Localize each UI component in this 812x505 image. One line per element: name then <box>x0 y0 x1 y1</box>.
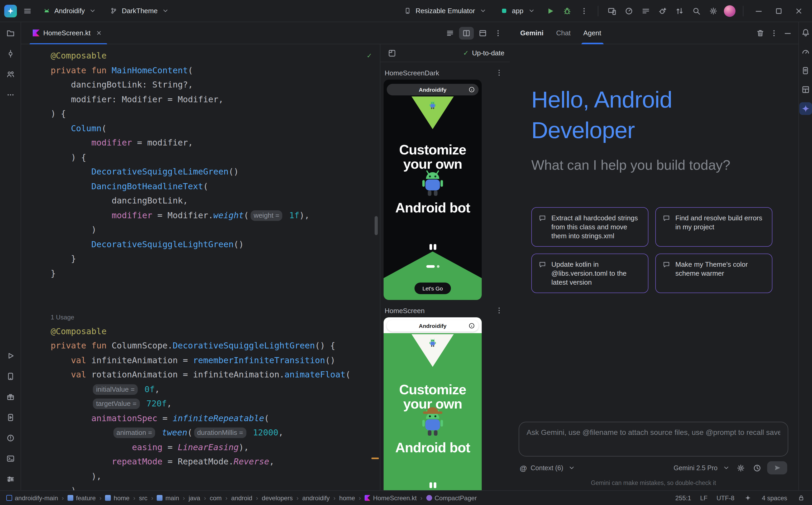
main-menu-icon[interactable] <box>21 4 34 17</box>
history-icon[interactable] <box>751 462 764 474</box>
terminal-icon[interactable] <box>3 452 17 466</box>
run-config-selector[interactable]: app <box>496 3 540 18</box>
code-line[interactable]: modifier = modifier, <box>51 136 380 150</box>
tab-agent[interactable]: Agent <box>583 22 601 44</box>
breadcrumb-item[interactable]: HomeScreen.kt <box>365 494 417 502</box>
layout-inspector-icon[interactable] <box>799 83 812 96</box>
breadcrumb-item[interactable]: com <box>210 494 222 502</box>
tab-close-icon[interactable] <box>94 28 104 38</box>
running-devices-icon[interactable] <box>3 410 17 425</box>
preview-homescreendark[interactable]: Androidify Customize your own Android bo… <box>383 79 482 300</box>
app-insights-icon[interactable] <box>656 4 669 17</box>
hide-panel-icon[interactable] <box>781 27 794 39</box>
breadcrumb-item[interactable]: android <box>231 494 252 502</box>
preview-status[interactable]: ✓ Up-to-date <box>463 49 504 57</box>
run-tool-icon[interactable] <box>3 349 17 363</box>
code-line[interactable]: easing = LinearEasing), <box>51 440 380 454</box>
preview-card-header[interactable]: HomeScreenDark <box>380 66 510 79</box>
profiler-icon[interactable] <box>622 4 635 17</box>
breadcrumb-item[interactable]: androidify <box>302 494 330 502</box>
model-selector[interactable]: Gemini 2.5 Pro <box>674 464 717 472</box>
code-line[interactable]: modifier = Modifier.weight(weight = 1f), <box>51 208 380 222</box>
tab-homescreen-kt[interactable]: HomeScreen.kt <box>27 22 109 44</box>
editor-options-icon[interactable] <box>492 27 504 39</box>
code-line[interactable]: 1 Usage <box>51 309 380 324</box>
vcs-branch-selector[interactable]: DarkTheme <box>106 3 174 18</box>
code-line[interactable]: targetValue = 720f, <box>51 396 380 411</box>
device-explorer-icon[interactable] <box>799 64 812 77</box>
window-minimize-button[interactable] <box>751 3 767 19</box>
pull-requests-icon[interactable] <box>3 67 17 81</box>
sync-icon[interactable] <box>673 4 686 17</box>
code-line[interactable]: @Composable <box>51 48 380 63</box>
suggestion-card[interactable]: Extract all hardcoded strings from this … <box>531 207 649 247</box>
code-line[interactable]: ) <box>51 483 380 490</box>
more-tool-windows-icon[interactable] <box>3 88 17 102</box>
code-line[interactable]: modifier: Modifier = Modifier, <box>51 92 380 107</box>
vcs-settings-icon[interactable] <box>3 472 17 486</box>
project-selector[interactable]: Androidify <box>38 3 101 18</box>
code-line[interactable]: dancingBotLink, <box>51 193 380 208</box>
delete-conversation-icon[interactable] <box>754 27 767 39</box>
breadcrumb-item[interactable]: src <box>139 494 147 502</box>
project-folder-icon[interactable] <box>3 26 17 40</box>
code-line[interactable]: repeatMode = RepeatMode.Reverse, <box>51 454 380 469</box>
device-selector[interactable]: Resizable Emulator <box>399 3 491 18</box>
gemini-options-icon[interactable] <box>768 27 780 39</box>
code-line[interactable]: val infiniteAnimation = rememberInfinite… <box>51 353 380 367</box>
search-icon[interactable] <box>690 4 703 17</box>
code-line[interactable] <box>51 295 380 309</box>
preview-card-menu-icon[interactable] <box>494 67 504 78</box>
preview-card-header[interactable]: HomeScreen <box>380 304 510 317</box>
code-line[interactable]: DancingBotHeadlineText( <box>51 179 380 193</box>
breadcrumb-item[interactable]: CompactPager <box>426 494 477 502</box>
suggestion-card[interactable]: Update kotlin in @libs.version.toml to t… <box>531 254 649 293</box>
code-editor[interactable]: @Composableprivate fun MainHomeContent( … <box>21 44 380 490</box>
problems-icon[interactable] <box>3 431 17 445</box>
suggestion-card[interactable]: Make my Theme's color scheme warmer <box>655 254 773 293</box>
logcat-icon[interactable] <box>640 4 652 17</box>
code-line[interactable]: initialValue = 0f, <box>51 382 380 396</box>
code-line[interactable]: ) { <box>51 107 380 121</box>
code-line[interactable]: ), <box>51 469 380 483</box>
code-line[interactable]: @Composable <box>51 324 380 338</box>
window-maximize-button[interactable] <box>771 3 787 19</box>
breadcrumb-item[interactable]: home <box>105 494 129 502</box>
gemini-tool-icon[interactable] <box>799 102 812 115</box>
device-mirroring-icon[interactable] <box>606 4 618 17</box>
preview-card-menu-icon[interactable] <box>494 305 504 316</box>
code-line[interactable]: private fun ColumnScope.DecorativeSquigg… <box>51 338 380 353</box>
gradle-icon[interactable] <box>799 45 812 58</box>
preview-layout-icon[interactable] <box>386 47 398 59</box>
code-line[interactable]: ) { <box>51 150 380 164</box>
run-button[interactable] <box>544 4 557 17</box>
code-line[interactable]: dancingBotLink: String?, <box>51 77 380 92</box>
code-line[interactable]: DecorativeSquiggleLimeGreen() <box>51 164 380 179</box>
device-manager-icon[interactable] <box>3 369 17 383</box>
user-avatar[interactable] <box>724 5 735 17</box>
breadcrumb-item[interactable]: main <box>157 494 179 502</box>
lock-icon[interactable] <box>796 493 806 503</box>
line-separator[interactable]: LF <box>700 494 707 502</box>
split-view-icon[interactable] <box>459 27 474 39</box>
notifications-bell-icon[interactable] <box>799 26 812 39</box>
breadcrumb-item[interactable]: java <box>189 494 200 502</box>
breadcrumb-item[interactable]: home <box>339 494 355 502</box>
breadcrumb-item[interactable]: androidify-main <box>6 494 58 502</box>
breadcrumb-item[interactable]: feature <box>68 494 96 502</box>
design-view-icon[interactable] <box>475 27 490 39</box>
more-run-actions-icon[interactable] <box>578 4 590 17</box>
code-line[interactable]: } <box>51 266 380 281</box>
ai-spark-icon[interactable] <box>743 493 753 503</box>
suggestion-card[interactable]: Find and resolve build errors in my proj… <box>655 207 773 247</box>
code-line[interactable]: DecorativeSquiggleLightGreen() <box>51 237 380 251</box>
caret-position[interactable]: 255:1 <box>675 494 691 502</box>
code-line[interactable]: animationSpec = infiniteRepeatable( <box>51 411 380 426</box>
settings-gear-icon[interactable] <box>707 4 720 17</box>
code-line[interactable]: private fun MainHomeContent( <box>51 63 380 77</box>
build-icon[interactable] <box>3 390 17 404</box>
code-line[interactable]: Column( <box>51 121 380 136</box>
code-line[interactable] <box>51 281 380 295</box>
window-close-button[interactable] <box>791 3 807 19</box>
inspections-ok-icon[interactable]: ✓ <box>367 48 371 63</box>
